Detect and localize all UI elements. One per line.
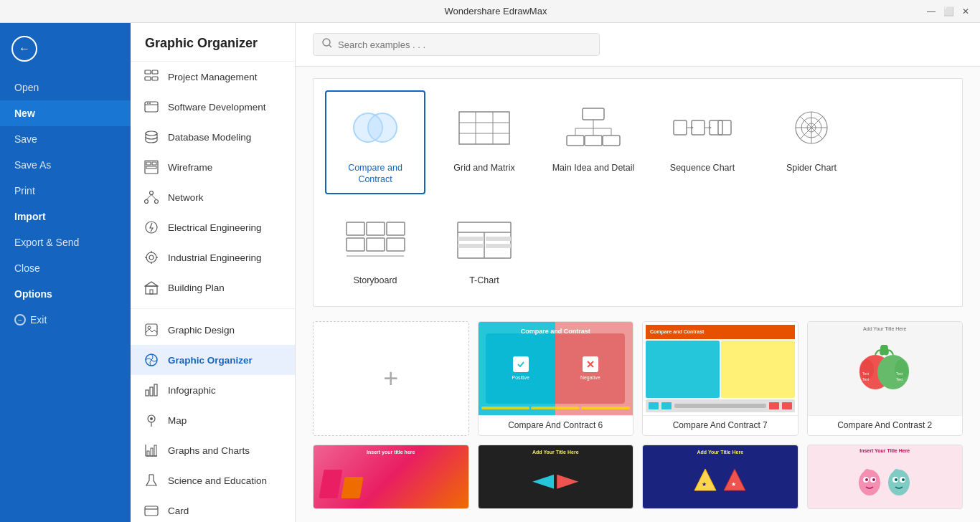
main-idea-label: Main Idea and Detail	[552, 162, 635, 174]
sidebar-item-import[interactable]: Import	[0, 204, 131, 229]
sidebar-item-options[interactable]: Options	[0, 281, 131, 307]
sidebar-item-new[interactable]: New	[0, 100, 131, 126]
template-card-compare-contract[interactable]: Compare and Contract	[325, 90, 425, 194]
database-modeling-icon	[143, 129, 159, 145]
svg-rect-97	[486, 244, 511, 248]
svg-point-114	[859, 470, 880, 495]
sidebar-item-infographic[interactable]: Infographic	[131, 375, 295, 405]
sidebar-item-software-development[interactable]: Software Development	[131, 92, 295, 122]
preview-label-compare2: Compare And Contrast 2	[808, 415, 963, 435]
sidebar-item-card[interactable]: Card	[131, 495, 295, 522]
graphic-design-icon	[143, 322, 159, 338]
science-label: Science and Education	[168, 475, 267, 486]
sidebar-item-project-management[interactable]: Project Management	[131, 62, 295, 92]
sidebar-item-graphs[interactable]: Graphs and Charts	[131, 435, 295, 465]
svg-rect-27	[150, 290, 153, 294]
grid-matrix-icon-area	[445, 99, 524, 156]
svg-rect-67	[585, 136, 602, 146]
sidebar-item-open[interactable]: Open	[0, 75, 131, 100]
bottom-card-3[interactable]: Add Your Title Here ★ ★	[642, 445, 798, 509]
sidebar-item-save[interactable]: Save	[0, 126, 131, 152]
svg-rect-84	[347, 222, 364, 235]
svg-rect-95	[486, 237, 511, 241]
template-card-main-idea[interactable]: Main Idea and Detail	[543, 90, 644, 194]
svg-rect-88	[367, 238, 385, 251]
template-card-t-chart[interactable]: T-Chart	[434, 203, 534, 295]
svg-text:Text: Text	[862, 371, 870, 376]
map-icon	[143, 412, 159, 428]
preview-card-compare2[interactable]: Add Your Title Here Text Text	[807, 321, 963, 436]
bottom-card-1[interactable]: Insert your title here	[313, 445, 469, 509]
main-idea-icon-area	[554, 99, 633, 156]
spider-chart-icon-area	[772, 99, 851, 156]
sidebar-item-network[interactable]: Network	[131, 182, 295, 212]
building-icon	[143, 280, 159, 295]
svg-rect-1	[152, 70, 158, 74]
sidebar-item-graphic-organizer[interactable]: Graphic Organizer	[131, 345, 295, 375]
bottom-card-4[interactable]: Insert Your Title Here	[807, 445, 963, 509]
svg-point-18	[146, 222, 157, 233]
svg-point-19	[149, 255, 154, 260]
search-area	[296, 23, 980, 67]
titlebar: Wondershare EdrawMax — ⬜ ✕	[0, 0, 980, 23]
svg-point-118	[872, 478, 875, 481]
template-card-grid-matrix[interactable]: Grid and Matrix	[434, 90, 534, 194]
template-card-storyboard[interactable]: Storyboard	[325, 203, 425, 295]
sidebar-item-export[interactable]: Export & Send	[0, 229, 131, 255]
bottom-card-2[interactable]: Add Your Title Here	[478, 445, 634, 509]
svg-rect-11	[152, 162, 156, 165]
preview-grid: + Compare and Contrast Po	[313, 321, 963, 436]
sidebar-item-wireframe[interactable]: Wireframe	[131, 152, 295, 182]
compare-contract-icon-area	[336, 99, 415, 156]
add-new-card[interactable]: +	[313, 321, 469, 436]
sequence-chart-icon-area	[663, 99, 742, 156]
svg-point-7	[149, 103, 151, 104]
preview-card-compare7[interactable]: Compare and Contrast	[642, 321, 798, 436]
sidebar-item-print[interactable]: Print	[0, 178, 131, 204]
svg-point-15	[155, 200, 159, 204]
svg-rect-43	[145, 506, 158, 516]
preview-label-compare7: Compare And Contract 7	[643, 415, 798, 435]
svg-rect-85	[367, 222, 385, 235]
sidebar-item-science[interactable]: Science and Education	[131, 465, 295, 495]
back-button[interactable]: ←	[0, 23, 131, 75]
preview-card-compare6[interactable]: Compare and Contrast Positive	[478, 321, 634, 436]
svg-point-101	[859, 359, 874, 379]
svg-rect-10	[146, 162, 151, 165]
svg-rect-87	[347, 238, 364, 251]
wireframe-label: Wireframe	[168, 162, 212, 173]
sidebar-item-close[interactable]: Close	[0, 255, 131, 281]
maximize-button[interactable]: ⬜	[943, 6, 954, 17]
svg-rect-94	[458, 237, 483, 241]
svg-rect-39	[147, 451, 149, 456]
svg-rect-33	[154, 384, 157, 396]
preview-label-compare6: Compare And Contract 6	[479, 415, 633, 435]
svg-marker-76	[709, 126, 712, 129]
industrial-label: Industrial Engineering	[168, 252, 262, 263]
graphic-design-label: Graphic Design	[168, 325, 235, 336]
secondary-sidebar: Graphic Organizer Project Management Sof…	[131, 23, 296, 522]
preview-thumb-compare7: Compare and Contrast	[643, 322, 798, 415]
sidebar-divider	[131, 308, 295, 309]
sidebar-item-save-as[interactable]: Save As	[0, 152, 131, 178]
svg-point-13	[150, 191, 154, 195]
sidebar-item-graphic-design[interactable]: Graphic Design	[131, 315, 295, 345]
sidebar-item-database-modeling[interactable]: Database Modeling	[131, 122, 295, 152]
svg-rect-72	[718, 120, 731, 135]
graphs-icon	[143, 442, 159, 458]
sidebar-item-electrical[interactable]: Electrical Engineering	[131, 212, 295, 242]
building-label: Building Plan	[168, 283, 225, 293]
close-button[interactable]: ✕	[960, 6, 971, 17]
storyboard-label: Storyboard	[353, 275, 397, 286]
template-card-sequence-chart[interactable]: Sequence Chart	[652, 90, 753, 194]
sidebar-item-building[interactable]: Building Plan	[131, 272, 295, 303]
project-management-label: Project Management	[168, 72, 258, 82]
minimize-button[interactable]: —	[925, 6, 937, 17]
sidebar-item-industrial[interactable]: Industrial Engineering	[131, 242, 295, 272]
svg-point-123	[902, 478, 905, 481]
template-card-spider-chart[interactable]: Spider Chart	[761, 90, 862, 194]
search-input[interactable]	[338, 39, 590, 50]
sidebar-item-map[interactable]: Map	[131, 405, 295, 435]
sidebar-item-exit[interactable]: − Exit	[0, 307, 131, 333]
window-controls: — ⬜ ✕	[925, 6, 971, 17]
